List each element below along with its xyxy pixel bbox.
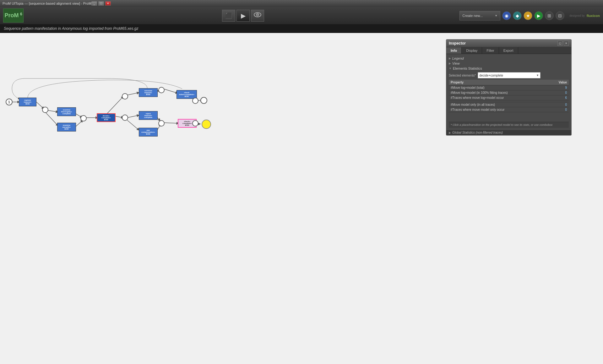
node-examine-thoroughly[interactable]: examinethoroughly+complete [57,107,76,116]
place-p5[interactable] [122,115,128,121]
start-place[interactable]: 1 [6,99,13,105]
legend-section-header[interactable]: ▶ Legend [449,56,569,61]
footer-text: * Click a place/transition on the projec… [451,123,552,126]
stats-property-cell: #Move log+model (in 100% fitting traces) [449,90,549,95]
global-stats-bar[interactable]: ▶ Global Statistics (non-filtered traces… [446,130,571,135]
star-icon: ★ [526,13,530,18]
close-button[interactable]: ✕ [105,1,111,6]
stats-value-cell: 0 [549,102,569,107]
fluxicon-text: fluxicon [587,14,600,18]
eye-button[interactable] [251,10,264,22]
node-reinstate[interactable]: reinstaterequest+BOD [139,88,158,97]
record-button[interactable]: ⬛ [222,10,235,22]
node-decide[interactable]: decide+complete+BOD [97,113,116,122]
play-icon: ▶ [241,12,246,19]
svg-line-16 [163,89,178,93]
apps-btn[interactable]: ⊟ [556,11,564,20]
record-icon: ⬛ [225,12,232,19]
toolbar-right: Create new... ▼ ◉ ◆ ★ ▶ ⊞ ⊟ designed by … [459,11,600,20]
place-p10[interactable] [192,120,198,126]
stats-value-cell: 6 [549,95,569,100]
logo-text: ProM [4,13,19,19]
node-pay-comp-label: paycompensation+BOD [141,129,155,135]
selected-elements-row: Selected elements* decide+complete ▼ [449,72,569,78]
circle-btn[interactable]: ◉ [502,11,511,20]
stats-property-cell: #Traces where move log+model occur [449,95,549,100]
designed-by-text: designed by [569,14,585,17]
shrink-icon: ◱ [559,42,562,45]
node-examine-casually[interactable]: examinecasually+BOD [57,123,76,131]
dropdown-arrow-icon: ▼ [495,14,497,17]
tab-info[interactable]: Info [446,47,462,54]
node-register-label: registerrequest+BOD [24,99,31,105]
place-p9[interactable] [192,98,198,104]
view-arrow-icon: ▶ [449,62,451,65]
elements-stats-label: Elements Statistics [453,67,482,70]
svg-line-11 [107,96,123,114]
place-p7[interactable] [158,87,165,93]
node-pay-comp[interactable]: paycompensation+BOD [139,128,158,136]
inspector-close-button[interactable]: ✕ [564,41,569,46]
place-p4[interactable] [122,93,128,99]
stats-property-cell: #Traces where move model only occur [449,107,549,112]
play2-btn[interactable]: ▶ [534,11,543,20]
selected-elements-label: Selected elements* [449,74,476,77]
view-section-header[interactable]: ▶ View [449,61,569,66]
svg-line-6 [45,111,58,126]
inspector-panel: Inspector ◱ ✕ Info Display Filter Expo [446,39,572,136]
node-check-complete-label: check+complete+BOD [182,120,192,126]
grid-btn[interactable]: ⊞ [545,11,554,20]
stats-row: #Move model only (in all traces)0 [449,102,569,107]
inspector-shrink-button[interactable]: ◱ [557,41,562,46]
main-canvas: 1 registerrequest+BOD examinethoroughly+… [0,33,603,364]
col-value-header: Value [549,80,569,85]
maximize-button[interactable]: □ [98,1,104,6]
tab-display-label: Display [466,49,477,52]
elements-stats-section-header[interactable]: ▼ Elements Statistics [449,66,569,71]
tab-info-label: Info [451,49,457,52]
place-p1[interactable] [42,107,48,113]
create-new-label: Create new... [462,14,495,18]
stats-row: #Traces where move log+model occur6 [449,95,569,100]
end-place-yellow[interactable] [202,120,211,129]
node-check-ticket-label: checkticket+complete+BOD [179,92,194,97]
play-button[interactable]: ▶ [236,10,250,22]
legend-label: Legend [452,56,464,60]
svg-line-13 [127,115,139,118]
apps-icon: ⊟ [558,13,562,18]
create-new-dropdown[interactable]: Create new... ▼ [459,11,500,20]
eye-icon [254,12,261,19]
selected-elements-dropdown[interactable]: decide+complete ▼ [478,72,541,78]
drop-btn[interactable]: ◆ [513,11,522,20]
start-label: 1 [8,100,10,104]
stats-row: #Move log+model (in 100% fitting traces)… [449,90,569,95]
selected-value: decide+complete [479,74,503,77]
toolbar-center: ⬛ ▶ [27,10,459,22]
node-register-request[interactable]: registerrequest+BOD [19,98,36,106]
stats-row: #Move log+model (total)9 [449,85,569,90]
tab-filter[interactable]: Filter [482,47,499,54]
tab-display[interactable]: Display [462,47,482,54]
place-p2[interactable] [80,115,87,121]
node-examine-thoroughly-label: examinethoroughly+complete [61,109,72,115]
svg-line-12 [127,93,139,95]
tab-export[interactable]: Export [499,47,518,54]
prom-logo: ProM 6 [3,8,24,23]
minimize-button[interactable]: _ [91,1,97,6]
node-decide-label: decide+complete+BOD [101,115,111,120]
global-stats-arrow-icon: ▶ [449,131,451,134]
tab-filter-label: Filter [486,49,494,52]
elements-stats-arrow-icon: ▼ [449,67,452,70]
svg-line-8 [75,120,83,127]
place-p8[interactable] [158,120,165,126]
svg-point-2 [257,14,258,15]
logo-version: 6 [20,12,22,16]
stats-value-cell: 9 [549,85,569,90]
star-btn[interactable]: ★ [524,11,532,20]
stats-property-cell: #Move model only (in all traces) [449,102,549,107]
svg-line-21 [164,123,179,123]
end-place-1[interactable] [200,97,207,104]
inspector-title: Inspector [449,41,466,46]
node-reject[interactable]: rejectrequest+complete [139,111,158,120]
inspector-header: Inspector ◱ ✕ [446,40,571,47]
